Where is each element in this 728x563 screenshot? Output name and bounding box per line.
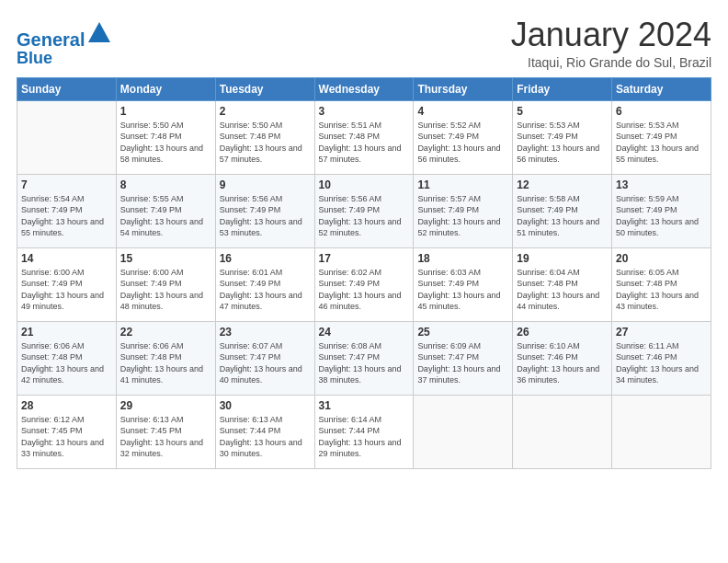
day-info: Sunrise: 6:03 AMSunset: 7:49 PMDaylight:… [417, 267, 508, 313]
day-number: 11 [417, 178, 508, 191]
logo-blue: Blue [17, 50, 112, 68]
day-cell: 1Sunrise: 5:50 AMSunset: 7:48 PMDaylight… [116, 100, 215, 174]
day-cell: 14Sunrise: 6:00 AMSunset: 7:49 PMDayligh… [17, 247, 117, 321]
location: Itaqui, Rio Grande do Sul, Brazil [511, 55, 711, 70]
logo-icon [86, 20, 112, 46]
page: General Blue January 2024 Itaqui, Rio Gr… [0, 0, 728, 563]
day-cell: 21Sunrise: 6:06 AMSunset: 7:48 PMDayligh… [17, 321, 117, 395]
day-cell: 7Sunrise: 5:54 AMSunset: 7:49 PMDaylight… [17, 174, 117, 247]
day-info: Sunrise: 6:06 AMSunset: 7:48 PMDaylight:… [120, 340, 211, 386]
week-row-4: 28Sunrise: 6:12 AMSunset: 7:45 PMDayligh… [17, 395, 711, 468]
day-number: 28 [21, 399, 112, 412]
day-cell: 20Sunrise: 6:05 AMSunset: 7:48 PMDayligh… [612, 247, 711, 321]
day-info: Sunrise: 6:05 AMSunset: 7:48 PMDaylight:… [616, 267, 707, 313]
month-title: January 2024 [511, 17, 711, 53]
day-cell: 29Sunrise: 6:13 AMSunset: 7:45 PMDayligh… [116, 395, 215, 468]
day-number: 2 [220, 105, 311, 118]
day-number: 13 [616, 178, 707, 191]
day-number: 18 [417, 252, 508, 265]
day-number: 10 [319, 178, 410, 191]
day-info: Sunrise: 6:11 AMSunset: 7:46 PMDaylight:… [616, 340, 707, 386]
day-cell: 23Sunrise: 6:07 AMSunset: 7:47 PMDayligh… [215, 321, 314, 395]
day-info: Sunrise: 5:53 AMSunset: 7:49 PMDaylight:… [616, 120, 707, 166]
day-info: Sunrise: 6:02 AMSunset: 7:49 PMDaylight:… [319, 267, 410, 313]
day-info: Sunrise: 5:59 AMSunset: 7:49 PMDaylight:… [616, 193, 707, 239]
day-info: Sunrise: 5:56 AMSunset: 7:49 PMDaylight:… [319, 193, 410, 239]
col-header-friday: Friday [513, 77, 612, 100]
day-number: 25 [417, 326, 508, 339]
day-info: Sunrise: 5:51 AMSunset: 7:48 PMDaylight:… [319, 120, 410, 166]
day-cell: 13Sunrise: 5:59 AMSunset: 7:49 PMDayligh… [612, 174, 711, 247]
day-cell: 25Sunrise: 6:09 AMSunset: 7:47 PMDayligh… [414, 321, 513, 395]
day-number: 23 [220, 326, 311, 339]
day-cell: 3Sunrise: 5:51 AMSunset: 7:48 PMDaylight… [314, 100, 414, 174]
day-cell [414, 395, 513, 468]
day-number: 12 [517, 178, 608, 191]
day-number: 30 [220, 399, 311, 412]
col-header-saturday: Saturday [612, 77, 711, 100]
header: General Blue January 2024 Itaqui, Rio Gr… [17, 17, 711, 70]
day-info: Sunrise: 5:55 AMSunset: 7:49 PMDaylight:… [120, 193, 211, 239]
day-cell: 22Sunrise: 6:06 AMSunset: 7:48 PMDayligh… [116, 321, 215, 395]
day-cell: 31Sunrise: 6:14 AMSunset: 7:44 PMDayligh… [314, 395, 414, 468]
day-info: Sunrise: 6:12 AMSunset: 7:45 PMDaylight:… [21, 414, 112, 460]
day-cell: 5Sunrise: 5:53 AMSunset: 7:49 PMDaylight… [513, 100, 612, 174]
day-info: Sunrise: 6:00 AMSunset: 7:49 PMDaylight:… [21, 267, 112, 313]
day-number: 22 [120, 326, 211, 339]
day-cell: 16Sunrise: 6:01 AMSunset: 7:49 PMDayligh… [215, 247, 314, 321]
day-info: Sunrise: 6:06 AMSunset: 7:48 PMDaylight:… [21, 340, 112, 386]
day-cell: 4Sunrise: 5:52 AMSunset: 7:49 PMDaylight… [414, 100, 513, 174]
day-number: 5 [517, 105, 608, 118]
logo-text: General [17, 20, 112, 50]
day-number: 24 [319, 326, 410, 339]
day-info: Sunrise: 6:00 AMSunset: 7:49 PMDaylight:… [120, 267, 211, 313]
day-cell: 12Sunrise: 5:58 AMSunset: 7:49 PMDayligh… [513, 174, 612, 247]
week-row-1: 7Sunrise: 5:54 AMSunset: 7:49 PMDaylight… [17, 174, 711, 247]
day-number: 31 [319, 399, 410, 412]
day-number: 29 [120, 399, 211, 412]
col-header-tuesday: Tuesday [215, 77, 314, 100]
day-info: Sunrise: 6:10 AMSunset: 7:46 PMDaylight:… [517, 340, 608, 386]
day-number: 3 [319, 105, 410, 118]
day-number: 1 [120, 105, 211, 118]
day-info: Sunrise: 5:52 AMSunset: 7:49 PMDaylight:… [417, 120, 508, 166]
day-info: Sunrise: 6:01 AMSunset: 7:49 PMDaylight:… [220, 267, 311, 313]
day-cell: 19Sunrise: 6:04 AMSunset: 7:48 PMDayligh… [513, 247, 612, 321]
day-number: 6 [616, 105, 707, 118]
day-cell [612, 395, 711, 468]
day-number: 21 [21, 326, 112, 339]
day-cell: 28Sunrise: 6:12 AMSunset: 7:45 PMDayligh… [17, 395, 117, 468]
day-info: Sunrise: 6:04 AMSunset: 7:48 PMDaylight:… [517, 267, 608, 313]
calendar-table: SundayMondayTuesdayWednesdayThursdayFrid… [17, 77, 711, 469]
day-number: 9 [220, 178, 311, 191]
day-cell: 18Sunrise: 6:03 AMSunset: 7:49 PMDayligh… [414, 247, 513, 321]
logo-general: General [17, 29, 85, 50]
day-info: Sunrise: 6:13 AMSunset: 7:44 PMDaylight:… [220, 414, 311, 460]
day-cell: 2Sunrise: 5:50 AMSunset: 7:48 PMDaylight… [215, 100, 314, 174]
day-info: Sunrise: 6:07 AMSunset: 7:47 PMDaylight:… [220, 340, 311, 386]
col-header-thursday: Thursday [414, 77, 513, 100]
day-number: 26 [517, 326, 608, 339]
day-cell: 30Sunrise: 6:13 AMSunset: 7:44 PMDayligh… [215, 395, 314, 468]
calendar-header-row: SundayMondayTuesdayWednesdayThursdayFrid… [17, 77, 711, 100]
day-info: Sunrise: 5:53 AMSunset: 7:49 PMDaylight:… [517, 120, 608, 166]
title-block: January 2024 Itaqui, Rio Grande do Sul, … [511, 17, 711, 70]
day-cell: 9Sunrise: 5:56 AMSunset: 7:49 PMDaylight… [215, 174, 314, 247]
week-row-2: 14Sunrise: 6:00 AMSunset: 7:49 PMDayligh… [17, 247, 711, 321]
day-cell [17, 100, 117, 174]
day-info: Sunrise: 6:09 AMSunset: 7:47 PMDaylight:… [417, 340, 508, 386]
col-header-wednesday: Wednesday [314, 77, 414, 100]
day-info: Sunrise: 5:58 AMSunset: 7:49 PMDaylight:… [517, 193, 608, 239]
day-info: Sunrise: 6:14 AMSunset: 7:44 PMDaylight:… [319, 414, 410, 460]
day-cell: 6Sunrise: 5:53 AMSunset: 7:49 PMDaylight… [612, 100, 711, 174]
day-number: 7 [21, 178, 112, 191]
day-info: Sunrise: 5:54 AMSunset: 7:49 PMDaylight:… [21, 193, 112, 239]
day-cell [513, 395, 612, 468]
day-number: 14 [21, 252, 112, 265]
day-number: 20 [616, 252, 707, 265]
day-info: Sunrise: 6:13 AMSunset: 7:45 PMDaylight:… [120, 414, 211, 460]
day-number: 15 [120, 252, 211, 265]
day-number: 8 [120, 178, 211, 191]
day-cell: 26Sunrise: 6:10 AMSunset: 7:46 PMDayligh… [513, 321, 612, 395]
col-header-sunday: Sunday [17, 77, 117, 100]
